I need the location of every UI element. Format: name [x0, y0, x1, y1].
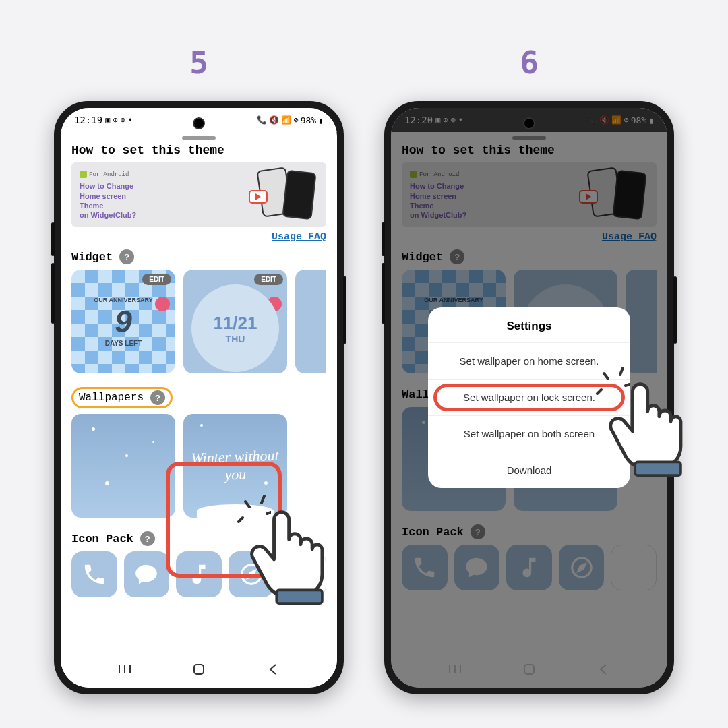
icon-phone[interactable] [71, 551, 117, 597]
edit-pill[interactable]: EDIT [254, 274, 283, 285]
step-number-5: 5 [54, 44, 344, 81]
iconpack-section-header: Icon Pack ? [71, 531, 326, 546]
step-number-6: 6 [384, 44, 674, 81]
dialog-option-download[interactable]: Download [428, 452, 630, 488]
promo-illustration [247, 169, 318, 221]
help-icon[interactable]: ? [150, 390, 165, 405]
icon-empty[interactable] [280, 551, 326, 597]
promo-banner[interactable]: For Android How to Change Home screen Th… [71, 162, 326, 227]
nav-recents-icon[interactable] [117, 661, 133, 677]
drag-handle-icon[interactable] [182, 136, 216, 140]
dialog-option-lock[interactable]: Set wallpaper on lock screen. [428, 379, 630, 415]
widget-card-date[interactable]: EDIT 11/21 THU [183, 270, 287, 373]
battery-percent: 98% [301, 115, 316, 125]
wallpaper-tile-1[interactable] [71, 414, 175, 518]
help-icon[interactable]: ? [140, 531, 155, 546]
wallpaper-script-text: Winter without you [181, 412, 289, 519]
play-icon [249, 190, 268, 204]
dialog-option-home[interactable]: Set wallpaper on home screen. [428, 342, 630, 379]
nav-bar [61, 651, 337, 688]
icon-chat[interactable] [124, 551, 170, 597]
phone-step-6: 12:20 ▣⊙⊜• 📞🔇📶⊘ 98%▮ How to set this the… [384, 101, 674, 694]
highlight-lock-option [433, 384, 625, 411]
dialog-option-both[interactable]: Set wallpaper on both screen [428, 415, 630, 452]
status-time: 12:19 [74, 115, 102, 125]
settings-dialog: Settings Set wallpaper on home screen. S… [428, 307, 630, 488]
widget-section-header: Widget ? [71, 249, 326, 264]
page-title: How to set this theme [71, 144, 326, 157]
svg-rect-0 [194, 665, 204, 674]
android-badge: For Android [80, 171, 129, 178]
usage-faq-link[interactable]: Usage FAQ [71, 231, 326, 243]
nav-home-icon[interactable] [191, 661, 207, 677]
wallpaper-tile-winter[interactable]: Winter without you [183, 414, 287, 518]
dialog-title: Settings [428, 307, 630, 342]
wallpapers-section-header: Wallpapers ? [71, 387, 173, 408]
icon-music[interactable] [176, 551, 222, 597]
icon-compass[interactable] [229, 551, 274, 597]
camera-notch [523, 117, 535, 129]
help-icon[interactable]: ? [119, 249, 134, 264]
widget-card-snow[interactable] [295, 270, 326, 373]
nav-back-icon[interactable] [265, 661, 281, 677]
phone-step-5: 12:19 ▣⊙⊜• 📞🔇📶⊘ 98%▮ How to set this the… [54, 101, 344, 694]
camera-notch [193, 117, 205, 129]
widget-card-anniversary[interactable]: EDIT OUR ANNIVERSARY 9 DAYS LEFT [71, 270, 175, 373]
